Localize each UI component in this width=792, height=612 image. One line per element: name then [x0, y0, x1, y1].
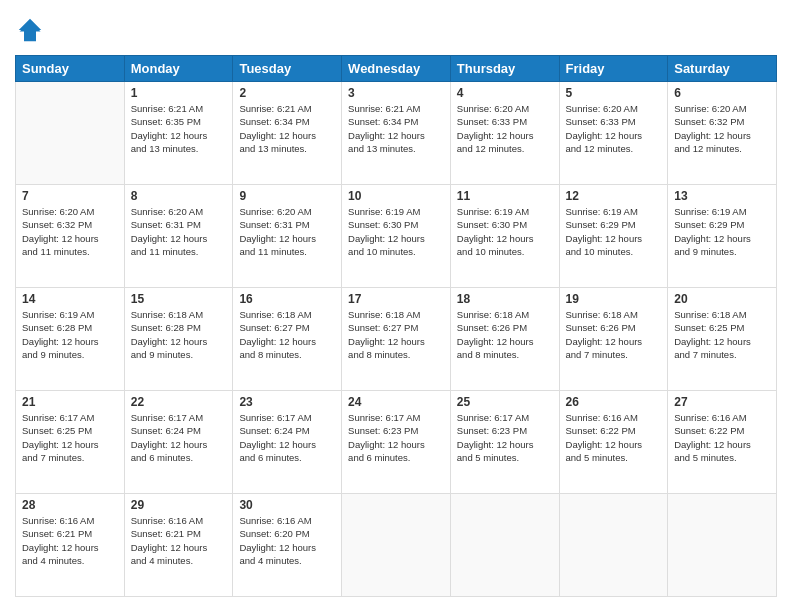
- table-row: 17Sunrise: 6:18 AM Sunset: 6:27 PM Dayli…: [342, 288, 451, 391]
- day-info: Sunrise: 6:19 AM Sunset: 6:30 PM Dayligh…: [348, 205, 444, 258]
- table-row: [16, 82, 125, 185]
- table-row: 7Sunrise: 6:20 AM Sunset: 6:32 PM Daylig…: [16, 185, 125, 288]
- table-row: 3Sunrise: 6:21 AM Sunset: 6:34 PM Daylig…: [342, 82, 451, 185]
- day-info: Sunrise: 6:20 AM Sunset: 6:33 PM Dayligh…: [457, 102, 553, 155]
- table-row: 1Sunrise: 6:21 AM Sunset: 6:35 PM Daylig…: [124, 82, 233, 185]
- table-row: 6Sunrise: 6:20 AM Sunset: 6:32 PM Daylig…: [668, 82, 777, 185]
- day-info: Sunrise: 6:16 AM Sunset: 6:20 PM Dayligh…: [239, 514, 335, 567]
- header-sunday: Sunday: [16, 56, 125, 82]
- table-row: 24Sunrise: 6:17 AM Sunset: 6:23 PM Dayli…: [342, 391, 451, 494]
- header-saturday: Saturday: [668, 56, 777, 82]
- day-number: 3: [348, 86, 444, 100]
- day-number: 30: [239, 498, 335, 512]
- table-row: 20Sunrise: 6:18 AM Sunset: 6:25 PM Dayli…: [668, 288, 777, 391]
- header-tuesday: Tuesday: [233, 56, 342, 82]
- table-row: 12Sunrise: 6:19 AM Sunset: 6:29 PM Dayli…: [559, 185, 668, 288]
- day-number: 8: [131, 189, 227, 203]
- table-row: 11Sunrise: 6:19 AM Sunset: 6:30 PM Dayli…: [450, 185, 559, 288]
- day-info: Sunrise: 6:18 AM Sunset: 6:26 PM Dayligh…: [457, 308, 553, 361]
- header-wednesday: Wednesday: [342, 56, 451, 82]
- day-info: Sunrise: 6:20 AM Sunset: 6:31 PM Dayligh…: [239, 205, 335, 258]
- day-info: Sunrise: 6:19 AM Sunset: 6:30 PM Dayligh…: [457, 205, 553, 258]
- day-number: 15: [131, 292, 227, 306]
- day-info: Sunrise: 6:21 AM Sunset: 6:35 PM Dayligh…: [131, 102, 227, 155]
- day-number: 6: [674, 86, 770, 100]
- logo-icon: [15, 15, 45, 45]
- table-row: 5Sunrise: 6:20 AM Sunset: 6:33 PM Daylig…: [559, 82, 668, 185]
- table-row: 28Sunrise: 6:16 AM Sunset: 6:21 PM Dayli…: [16, 494, 125, 597]
- header: [15, 15, 777, 45]
- table-row: 2Sunrise: 6:21 AM Sunset: 6:34 PM Daylig…: [233, 82, 342, 185]
- table-row: 27Sunrise: 6:16 AM Sunset: 6:22 PM Dayli…: [668, 391, 777, 494]
- table-row: 9Sunrise: 6:20 AM Sunset: 6:31 PM Daylig…: [233, 185, 342, 288]
- day-number: 20: [674, 292, 770, 306]
- header-monday: Monday: [124, 56, 233, 82]
- day-number: 28: [22, 498, 118, 512]
- day-number: 9: [239, 189, 335, 203]
- day-info: Sunrise: 6:18 AM Sunset: 6:28 PM Dayligh…: [131, 308, 227, 361]
- day-number: 25: [457, 395, 553, 409]
- table-row: 30Sunrise: 6:16 AM Sunset: 6:20 PM Dayli…: [233, 494, 342, 597]
- day-info: Sunrise: 6:20 AM Sunset: 6:32 PM Dayligh…: [22, 205, 118, 258]
- calendar-week-row: 1Sunrise: 6:21 AM Sunset: 6:35 PM Daylig…: [16, 82, 777, 185]
- day-info: Sunrise: 6:20 AM Sunset: 6:33 PM Dayligh…: [566, 102, 662, 155]
- calendar-week-row: 7Sunrise: 6:20 AM Sunset: 6:32 PM Daylig…: [16, 185, 777, 288]
- day-number: 12: [566, 189, 662, 203]
- table-row: 29Sunrise: 6:16 AM Sunset: 6:21 PM Dayli…: [124, 494, 233, 597]
- table-row: 18Sunrise: 6:18 AM Sunset: 6:26 PM Dayli…: [450, 288, 559, 391]
- day-number: 26: [566, 395, 662, 409]
- day-info: Sunrise: 6:20 AM Sunset: 6:31 PM Dayligh…: [131, 205, 227, 258]
- header-thursday: Thursday: [450, 56, 559, 82]
- day-info: Sunrise: 6:17 AM Sunset: 6:23 PM Dayligh…: [348, 411, 444, 464]
- day-number: 19: [566, 292, 662, 306]
- calendar-week-row: 14Sunrise: 6:19 AM Sunset: 6:28 PM Dayli…: [16, 288, 777, 391]
- day-number: 23: [239, 395, 335, 409]
- calendar-table: Sunday Monday Tuesday Wednesday Thursday…: [15, 55, 777, 597]
- day-info: Sunrise: 6:16 AM Sunset: 6:22 PM Dayligh…: [566, 411, 662, 464]
- day-info: Sunrise: 6:17 AM Sunset: 6:23 PM Dayligh…: [457, 411, 553, 464]
- day-number: 7: [22, 189, 118, 203]
- table-row: 4Sunrise: 6:20 AM Sunset: 6:33 PM Daylig…: [450, 82, 559, 185]
- day-number: 5: [566, 86, 662, 100]
- day-number: 27: [674, 395, 770, 409]
- day-number: 14: [22, 292, 118, 306]
- day-info: Sunrise: 6:16 AM Sunset: 6:21 PM Dayligh…: [131, 514, 227, 567]
- day-info: Sunrise: 6:19 AM Sunset: 6:29 PM Dayligh…: [566, 205, 662, 258]
- day-info: Sunrise: 6:18 AM Sunset: 6:27 PM Dayligh…: [239, 308, 335, 361]
- day-info: Sunrise: 6:18 AM Sunset: 6:27 PM Dayligh…: [348, 308, 444, 361]
- day-info: Sunrise: 6:19 AM Sunset: 6:29 PM Dayligh…: [674, 205, 770, 258]
- page: Sunday Monday Tuesday Wednesday Thursday…: [0, 0, 792, 612]
- day-number: 10: [348, 189, 444, 203]
- day-info: Sunrise: 6:18 AM Sunset: 6:25 PM Dayligh…: [674, 308, 770, 361]
- day-number: 2: [239, 86, 335, 100]
- table-row: 21Sunrise: 6:17 AM Sunset: 6:25 PM Dayli…: [16, 391, 125, 494]
- day-info: Sunrise: 6:17 AM Sunset: 6:25 PM Dayligh…: [22, 411, 118, 464]
- day-number: 29: [131, 498, 227, 512]
- day-number: 21: [22, 395, 118, 409]
- day-info: Sunrise: 6:17 AM Sunset: 6:24 PM Dayligh…: [239, 411, 335, 464]
- table-row: 10Sunrise: 6:19 AM Sunset: 6:30 PM Dayli…: [342, 185, 451, 288]
- table-row: [668, 494, 777, 597]
- day-info: Sunrise: 6:20 AM Sunset: 6:32 PM Dayligh…: [674, 102, 770, 155]
- day-number: 17: [348, 292, 444, 306]
- day-number: 18: [457, 292, 553, 306]
- day-info: Sunrise: 6:21 AM Sunset: 6:34 PM Dayligh…: [239, 102, 335, 155]
- day-number: 4: [457, 86, 553, 100]
- calendar-header-row: Sunday Monday Tuesday Wednesday Thursday…: [16, 56, 777, 82]
- day-number: 16: [239, 292, 335, 306]
- table-row: 13Sunrise: 6:19 AM Sunset: 6:29 PM Dayli…: [668, 185, 777, 288]
- day-number: 13: [674, 189, 770, 203]
- table-row: 25Sunrise: 6:17 AM Sunset: 6:23 PM Dayli…: [450, 391, 559, 494]
- day-number: 11: [457, 189, 553, 203]
- table-row: [559, 494, 668, 597]
- day-number: 1: [131, 86, 227, 100]
- table-row: 22Sunrise: 6:17 AM Sunset: 6:24 PM Dayli…: [124, 391, 233, 494]
- header-friday: Friday: [559, 56, 668, 82]
- day-info: Sunrise: 6:18 AM Sunset: 6:26 PM Dayligh…: [566, 308, 662, 361]
- table-row: 23Sunrise: 6:17 AM Sunset: 6:24 PM Dayli…: [233, 391, 342, 494]
- day-info: Sunrise: 6:16 AM Sunset: 6:21 PM Dayligh…: [22, 514, 118, 567]
- day-number: 24: [348, 395, 444, 409]
- table-row: 14Sunrise: 6:19 AM Sunset: 6:28 PM Dayli…: [16, 288, 125, 391]
- calendar-week-row: 28Sunrise: 6:16 AM Sunset: 6:21 PM Dayli…: [16, 494, 777, 597]
- day-number: 22: [131, 395, 227, 409]
